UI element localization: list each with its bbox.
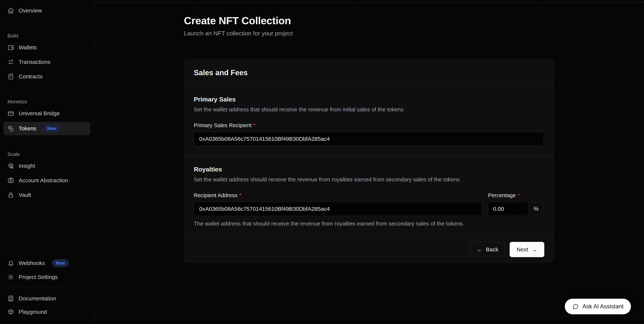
contract-icon [8,73,14,80]
royalties-heading: Royalties [194,166,544,173]
sidebar-item-insight[interactable]: Insight [3,160,90,172]
page-header: Create NFT Collection Launch an NFT coll… [94,0,644,48]
primary-sales-recipient-label: Primary Sales Recipient* [194,122,544,128]
card-footer: ← Back Next → [184,237,554,263]
page-title: Create NFT Collection [184,14,554,27]
back-button-label: Back [486,246,498,253]
bell-icon [8,260,14,267]
sidebar-item-universal-bridge[interactable]: Universal Bridge [3,107,90,120]
recipient-address-label: Recipient Address* [194,192,482,199]
sidebar-item-label: Contracts [19,73,42,80]
royalties-helper-text: The wallet address that should receive t… [194,221,544,227]
sidebar-item-transactions[interactable]: Transactions [3,56,90,68]
book-icon [8,295,14,302]
bottom-divider [94,316,644,316]
field-label-text: Percentage [488,192,516,198]
chat-icon [572,303,579,310]
sales-and-fees-card: Sales and Fees Primary Sales Set the wal… [184,59,554,263]
home-icon [8,7,14,14]
sidebar-item-project-settings[interactable]: Project Settings [3,271,90,283]
new-badge: New [44,125,60,132]
sidebar-divider [4,88,90,88]
percent-symbol: % [528,202,544,216]
recipient-address-input[interactable] [194,202,482,216]
required-asterisk: * [239,192,241,198]
vault-icon [8,192,14,198]
sidebar-item-wallets[interactable]: Wallets [3,41,90,54]
ask-ai-assistant-label: Ask AI Assistant [582,303,624,310]
sidebar-item-label: Universal Bridge [19,110,60,117]
primary-sales-description: Set the wallet address that should recei… [194,106,544,113]
sidebar-item-label: Project Settings [19,274,58,280]
sidebar-item-label: Documentation [19,295,56,302]
sidebar-item-label: Transactions [19,59,50,65]
sidebar-item-webhooks[interactable]: Webhooks New [3,256,90,270]
transactions-icon [8,59,14,65]
page-subtitle: Launch an NFT collection for your projec… [184,30,554,37]
sidebar-item-tokens[interactable]: Tokens New [3,122,90,135]
royalties-description: Set the wallet address should receive th… [194,176,544,183]
primary-sales-heading: Primary Sales [194,96,544,103]
ask-ai-assistant-button[interactable]: Ask AI Assistant [565,299,631,314]
bridge-icon [8,110,14,117]
card-header: Sales and Fees [184,60,554,86]
sidebar-item-label: Tokens [19,125,36,132]
primary-sales-section: Primary Sales Set the wallet address tha… [184,86,554,156]
percentage-input-group: % [488,202,544,216]
wallet-icon [8,44,14,51]
sidebar-item-label: Playground [19,309,47,315]
field-label-text: Primary Sales Recipient [194,122,252,128]
required-asterisk: * [253,122,255,128]
cube-icon [8,309,14,315]
sidebar-item-contracts[interactable]: Contracts [3,70,90,83]
sidebar-item-account-abstraction[interactable]: Account Abstraction [3,174,90,187]
card-title: Sales and Fees [194,68,544,77]
gear-icon [8,274,14,281]
arrow-left-icon: ← [477,247,483,253]
sidebar-item-vault[interactable]: Vault [3,189,90,201]
percentage-label: Percentage* [488,192,544,199]
required-asterisk: * [518,192,520,198]
field-label-text: Recipient Address [194,192,238,198]
account-abstraction-icon [8,177,14,184]
percentage-input[interactable] [488,202,528,216]
sidebar-item-label: Vault [19,192,31,198]
sidebar-item-label: Insight [19,163,35,169]
sidebar-section-scale: Scale [8,151,86,157]
top-dashed-divider [94,2,644,2]
sidebar-item-documentation[interactable]: Documentation [3,292,90,305]
next-button[interactable]: Next → [510,242,544,257]
sidebar-item-label: Account Abstraction [19,177,68,184]
new-badge: New [52,259,68,267]
sidebar-item-overview[interactable]: Overview [3,4,90,17]
sidebar-item-label: Webhooks [19,260,45,266]
sidebar-section-monetize: Monetize [8,99,86,105]
arrow-right-icon: → [532,247,538,253]
tokens-icon [8,125,14,132]
sidebar-bottom: Webhooks New Project Settings Documentat… [0,255,94,319]
back-button[interactable]: ← Back [470,242,505,257]
insight-icon [8,163,14,169]
sidebar-item-playground[interactable]: Playground [3,306,90,318]
royalties-section: Royalties Set the wallet address should … [184,156,554,237]
sidebar: Overview Build Wallets Transactions Cont… [0,0,94,324]
main-content: Create NFT Collection Launch an NFT coll… [94,0,644,324]
primary-sales-recipient-input[interactable] [194,132,544,146]
sidebar-item-label: Overview [19,7,42,14]
sidebar-section-build: Build [8,33,86,39]
sidebar-divider [4,22,90,22]
sidebar-item-label: Wallets [19,44,37,51]
next-button-label: Next [516,246,528,253]
